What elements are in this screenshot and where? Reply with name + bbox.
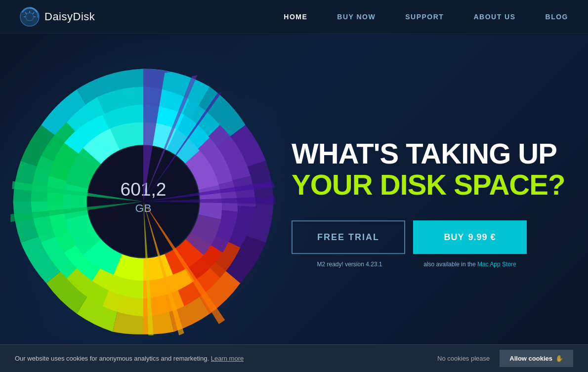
- nav-support[interactable]: SUPPORT: [405, 13, 444, 21]
- fingerprint-icon: ✋: [555, 355, 563, 362]
- sub-row: M2 ready! version 4.23.1 also available …: [292, 261, 568, 268]
- svg-text:GB: GB: [135, 202, 152, 214]
- hero-content: WHAT'S TAKING UP YOUR DISK SPACE? FREE T…: [292, 138, 568, 268]
- cookie-text: Our website uses cookies for anonymous a…: [15, 355, 427, 362]
- nav-buy-now[interactable]: BUY NOW: [337, 13, 376, 21]
- headline-line1: WHAT'S TAKING UP: [292, 138, 568, 169]
- version-info: M2 ready! version 4.23.1: [292, 261, 405, 268]
- disk-chart: 601,2 GB: [0, 34, 301, 370]
- nav-home[interactable]: HOME: [284, 13, 307, 21]
- store-info: also available in the Mac App Store: [413, 261, 527, 268]
- brand-name: DaisyDisk: [44, 10, 95, 23]
- cta-row: FREE TRIAL BUY 9.99 €: [292, 220, 568, 254]
- hero-section: 601,2 GB WHAT'S TAKING UP YOUR DISK SPAC…: [0, 0, 588, 372]
- nav-links: HOME BUY NOW SUPPORT ABOUT US BLOG: [284, 12, 568, 21]
- logo-link[interactable]: DaisyDisk: [20, 7, 95, 27]
- mac-app-store-link[interactable]: Mac App Store: [477, 261, 516, 268]
- buy-price: 9.99 €: [468, 232, 496, 243]
- buy-button[interactable]: BUY 9.99 €: [413, 220, 527, 254]
- headline-line2: YOUR DISK SPACE?: [292, 169, 568, 201]
- disk-svg: 601,2 GB: [0, 48, 296, 355]
- nav-about-us[interactable]: ABOUT US: [473, 13, 515, 21]
- svg-point-2: [28, 15, 32, 19]
- cookie-banner: Our website uses cookies for anonymous a…: [0, 344, 588, 372]
- buy-label: BUY: [444, 232, 464, 243]
- learn-more-link[interactable]: Learn more: [211, 355, 244, 362]
- no-cookies-button[interactable]: No cookies please: [437, 355, 490, 362]
- free-trial-button[interactable]: FREE TRIAL: [292, 220, 405, 254]
- nav-blog[interactable]: BLOG: [546, 13, 568, 21]
- allow-cookies-button[interactable]: Allow cookies ✋: [500, 350, 573, 367]
- logo-icon: [20, 7, 40, 27]
- navigation: DaisyDisk HOME BUY NOW SUPPORT ABOUT US …: [0, 0, 588, 34]
